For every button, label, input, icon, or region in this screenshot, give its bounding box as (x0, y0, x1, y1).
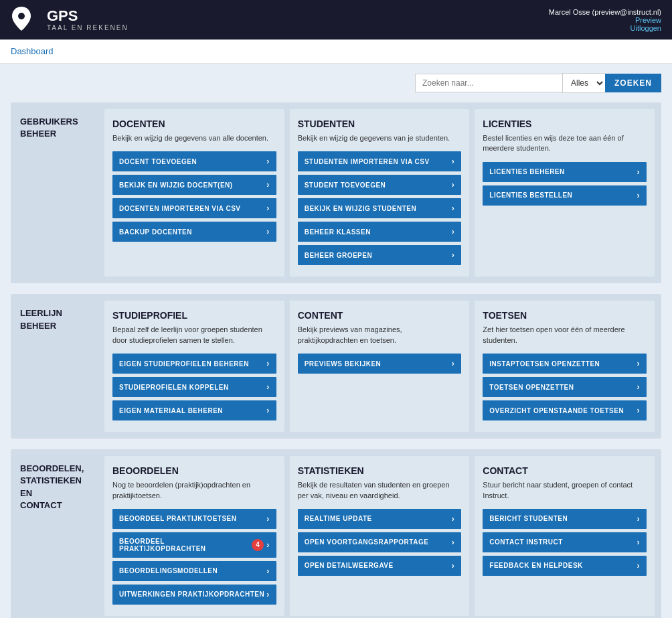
card-beoordelen-card: BEOORDELENNog te beoordelen (praktijk)op… (104, 456, 284, 616)
card-studieprofiel: STUDIEPROFIELBepaal zelf de leerlijn voo… (104, 301, 284, 432)
logout-link[interactable]: Uitloggen (549, 24, 661, 32)
card-desc-contact: Stuur bericht naar student, groepen of c… (483, 480, 647, 501)
btn-label-content-0: PREVIEWS BEKIJKEN (305, 360, 382, 368)
btn-label-studenten-1: STUDENT TOEVOEGEN (305, 181, 386, 189)
card-title-contact: CONTACT (483, 465, 647, 476)
card-desc-toetsen: Zet hier toetsen open voor één of meerde… (483, 325, 647, 345)
app-logo (11, 5, 32, 34)
btn-arrow-studenten-2: › (452, 204, 455, 213)
btn-docenten-1[interactable]: BEKIJK EN WIJZIG DOCENT(EN)› (112, 175, 276, 195)
card-title-beoordelen-card: BEOORDELEN (112, 465, 276, 476)
btn-beoordelen-card-0[interactable]: BEOORDEEL PRAKTIJKTOETSEN› (112, 509, 276, 529)
btn-contact-2[interactable]: FEEDBACK EN HELPDESK› (483, 556, 647, 576)
btn-studenten-1[interactable]: STUDENT TOEVOEGEN› (298, 175, 462, 195)
btn-studenten-4[interactable]: BEHEER GROEPEN› (298, 245, 462, 265)
btn-arrow-studenten-3: › (452, 227, 455, 236)
app-title: GPS TAAL EN REKENEN (47, 8, 129, 31)
btn-statistieken-1[interactable]: OPEN VOORTGANGSRAPPORTAGE› (298, 532, 462, 552)
btn-arrow-docenten-1: › (266, 180, 270, 189)
card-title-docenten: DOCENTEN (112, 119, 276, 129)
btn-arrow-content-0: › (452, 359, 455, 368)
btn-studenten-0[interactable]: STUDENTEN IMPORTEREN VIA CSV› (298, 151, 462, 171)
btn-label-beoordelen-card-1: BEOORDEEL PRAKTIJKOPDRACHTEN (119, 538, 252, 552)
card-licenties: LICENTIESBestel licenties en wijs deze t… (475, 109, 655, 277)
btn-beoordelen-card-1[interactable]: BEOORDEEL PRAKTIJKOPDRACHTEN 4› (112, 532, 276, 558)
btn-label-docenten-3: BACKUP DOCENTEN (119, 228, 192, 236)
btn-arrow-studenten-0: › (452, 157, 455, 166)
card-content: CONTENTBekijk previews van magazines, pr… (290, 301, 470, 432)
breadcrumb-dashboard[interactable]: Dashboard (11, 46, 54, 56)
btn-arrow-beoordelen-card-3: › (266, 590, 270, 599)
cards-container-gebruikers-beheer: DOCENTENBekijk en wijzig de gegevens van… (104, 102, 661, 283)
card-desc-docenten: Bekijk en wijzig de gegevens van alle do… (112, 133, 276, 143)
btn-content-0[interactable]: PREVIEWS BEKIJKEN› (298, 354, 462, 374)
card-title-licenties: LICENTIES (483, 119, 647, 129)
btn-contact-1[interactable]: CONTACT INSTRUCT› (483, 532, 647, 552)
btn-statistieken-0[interactable]: REALTIME UPDATE› (298, 509, 462, 529)
btn-label-contact-0: BERICHT STUDENTEN (489, 515, 568, 522)
search-button[interactable]: ZOEKEN (605, 74, 661, 92)
btn-statistieken-2[interactable]: OPEN DETAILWEERGAVE› (298, 556, 462, 576)
breadcrumb: Dashboard (0, 40, 672, 64)
btn-label-studieprofiel-1: STUDIEPROFIELEN KOPPELEN (119, 384, 229, 391)
btn-toetsen-0[interactable]: INSTAPTOETSEN OPENZETTEN› (483, 354, 647, 374)
btn-arrow-beoordelen-card-1: › (266, 540, 270, 550)
svg-point-0 (18, 13, 25, 19)
btn-arrow-studieprofiel-2: › (266, 406, 270, 415)
btn-arrow-docenten-2: › (266, 204, 270, 213)
search-bar: Alles ZOEKEN (0, 64, 672, 102)
btn-docenten-0[interactable]: DOCENT TOEVOEGEN› (112, 151, 276, 171)
header-left: GPS TAAL EN REKENEN (11, 5, 129, 34)
btn-arrow-studieprofiel-0: › (266, 359, 270, 368)
cards-container-beoordelen: BEOORDELENNog te beoordelen (praktijk)op… (104, 449, 661, 618)
section-beoordelen: BEOORDELEN, STATISTIEKEN EN CONTACTBEOOR… (11, 449, 661, 618)
btn-studenten-3[interactable]: BEHEER KLASSEN› (298, 222, 462, 242)
btn-arrow-docenten-0: › (266, 157, 270, 166)
main-content: GEBRUIKERS BEHEERDOCENTENBekijk en wijzi… (0, 102, 672, 618)
btn-contact-0[interactable]: BERICHT STUDENTEN› (483, 509, 647, 529)
card-title-studenten: STUDENTEN (298, 119, 462, 129)
btn-docenten-3[interactable]: BACKUP DOCENTEN› (112, 222, 276, 242)
btn-label-licenties-0: LICENTIES BEHEREN (489, 168, 564, 175)
btn-label-docenten-2: DOCENTEN IMPORTEREN VIA CSV (119, 205, 240, 212)
card-title-studieprofiel: STUDIEPROFIEL (112, 310, 276, 321)
btn-arrow-beoordelen-card-0: › (266, 514, 270, 524)
btn-arrow-beoordelen-card-2: › (266, 566, 270, 576)
btn-label-studenten-2: BEKIJK EN WIJZIG STUDENTEN (305, 205, 416, 212)
search-select[interactable]: Alles (562, 73, 605, 93)
section-label-leerlijn-beheer: LEERLIJN BEHEER (11, 294, 104, 439)
btn-label-docenten-1: BEKIJK EN WIJZIG DOCENT(EN) (119, 181, 233, 189)
btn-studenten-2[interactable]: BEKIJK EN WIJZIG STUDENTEN› (298, 198, 462, 218)
btn-label-studenten-4: BEHEER GROEPEN (305, 252, 372, 259)
btn-label-toetsen-2: OVERZICHT OPENSTAANDE TOETSEN (489, 407, 624, 414)
btn-label-statistieken-1: OPEN VOORTGANGSRAPPORTAGE (305, 538, 429, 546)
btn-beoordelen-card-3[interactable]: UITWERKINGEN PRAKTIJKOPDRACHTEN› (112, 585, 276, 605)
btn-label-docenten-0: DOCENT TOEVOEGEN (119, 158, 197, 165)
btn-studieprofiel-2[interactable]: EIGEN MATERIAAL BEHEREN› (112, 400, 276, 420)
btn-label-contact-1: CONTACT INSTRUCT (489, 538, 562, 546)
btn-toetsen-2[interactable]: OVERZICHT OPENSTAANDE TOETSEN› (483, 400, 647, 420)
btn-badge-beoordelen-card-1: 4 (252, 539, 264, 551)
btn-docenten-2[interactable]: DOCENTEN IMPORTEREN VIA CSV› (112, 198, 276, 218)
section-leerlijn-beheer: LEERLIJN BEHEERSTUDIEPROFIELBepaal zelf … (11, 294, 661, 439)
btn-label-statistieken-2: OPEN DETAILWEERGAVE (305, 562, 394, 569)
btn-studieprofiel-0[interactable]: EIGEN STUDIEPROFIELEN BEHEREN› (112, 354, 276, 374)
card-desc-statistieken: Bekijk de resultaten van studenten en gr… (298, 480, 462, 501)
btn-arrow-contact-0: › (637, 514, 641, 524)
card-studenten: STUDENTENBekijk en wijzig de gegevens va… (290, 109, 470, 277)
preview-link[interactable]: Preview (549, 16, 661, 24)
btn-studieprofiel-1[interactable]: STUDIEPROFIELEN KOPPELEN› (112, 377, 276, 397)
btn-licenties-0[interactable]: LICENTIES BEHEREN› (483, 162, 647, 182)
btn-arrow-statistieken-1: › (452, 538, 455, 547)
btn-label-studenten-0: STUDENTEN IMPORTEREN VIA CSV (305, 158, 430, 165)
btn-label-beoordelen-card-2: BEOORDELINGSMODELLEN (119, 567, 218, 574)
btn-beoordelen-card-2[interactable]: BEOORDELINGSMODELLEN› (112, 561, 276, 581)
user-name: Marcel Osse (preview@instruct.nl) (549, 8, 661, 16)
btn-toetsen-1[interactable]: TOETSEN OPENZETTEN› (483, 377, 647, 397)
card-title-toetsen: TOETSEN (483, 310, 647, 321)
btn-licenties-1[interactable]: LICENTIES BESTELLEN› (483, 185, 647, 206)
app-header: GPS TAAL EN REKENEN Marcel Osse (preview… (0, 0, 672, 40)
card-desc-studieprofiel: Bepaal zelf de leerlijn voor groepen stu… (112, 325, 276, 345)
search-input[interactable] (415, 74, 562, 92)
section-gebruikers-beheer: GEBRUIKERS BEHEERDOCENTENBekijk en wijzi… (11, 102, 661, 283)
